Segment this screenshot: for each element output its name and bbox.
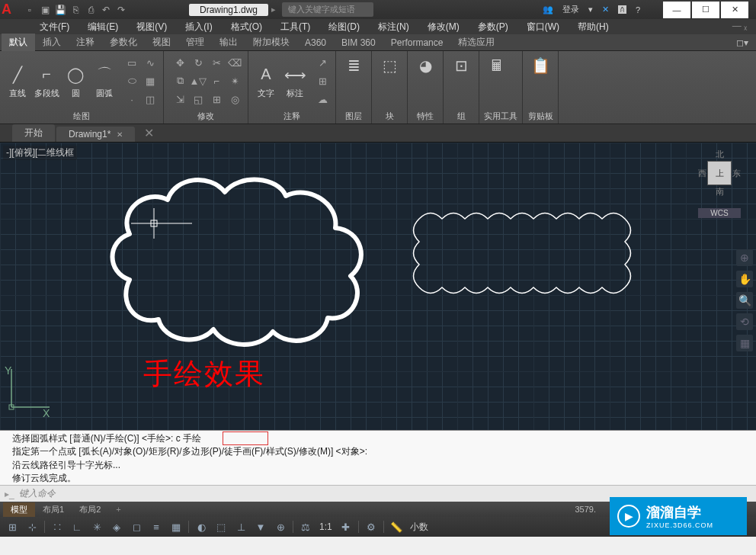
viewcube-west[interactable]: 西: [698, 168, 706, 179]
viewcube-south[interactable]: 南: [698, 186, 741, 197]
menu-edit[interactable]: 编辑(E): [78, 19, 127, 34]
view-label[interactable]: -][俯视][二维线框: [3, 146, 77, 160]
osnap-icon[interactable]: ◻: [127, 519, 146, 534]
annotation-monitor-icon[interactable]: ✚: [337, 519, 355, 534]
transparency-icon[interactable]: ▦: [167, 519, 185, 534]
lineweight-icon[interactable]: ≡: [147, 519, 165, 534]
menu-draw[interactable]: 绘图(D): [319, 19, 369, 34]
menu-window[interactable]: 窗口(W): [517, 19, 569, 34]
command-input-placeholder[interactable]: 键入命令: [19, 487, 56, 500]
rect-icon[interactable]: ▭: [123, 54, 140, 71]
mirror-icon[interactable]: ▲▽: [190, 72, 207, 89]
signin-dropdown-icon[interactable]: ▾: [588, 5, 593, 14]
menu-file[interactable]: 文件(F): [30, 19, 78, 34]
menu-dimension[interactable]: 标注(N): [369, 19, 418, 34]
props-button[interactable]: ◕: [412, 54, 438, 77]
maximize-button[interactable]: ☐: [692, 2, 719, 18]
add-layout-button[interactable]: +: [108, 503, 128, 515]
help-search-input[interactable]: 键入关键字或短语: [282, 2, 373, 17]
explode-icon[interactable]: ✴: [226, 72, 243, 89]
units-icon[interactable]: 📏: [387, 519, 405, 534]
snapmode-icon[interactable]: ⸬: [48, 519, 66, 534]
layout2-tab[interactable]: 布局2: [72, 502, 108, 517]
signin-button[interactable]: 登录: [562, 4, 579, 15]
copy-icon[interactable]: ⧉: [171, 72, 188, 89]
polyline-button[interactable]: ⌐多段线: [34, 63, 59, 99]
text-button[interactable]: A文字: [253, 63, 279, 99]
qat-open-icon[interactable]: ▣: [38, 3, 52, 17]
spline-icon[interactable]: ∿: [142, 54, 159, 71]
ribbon-tab-performance[interactable]: Performance: [383, 35, 451, 50]
stayconnected-icon[interactable]: 🅰: [618, 5, 626, 14]
annoscale-icon[interactable]: ⚖: [296, 519, 315, 534]
ellipse-icon[interactable]: ⬭: [123, 72, 140, 89]
menu-modify[interactable]: 修改(M): [418, 19, 469, 34]
qat-plot-icon[interactable]: ⎙: [84, 3, 98, 17]
3dosnap-icon[interactable]: ⬚: [212, 519, 230, 534]
scale-icon[interactable]: ◱: [190, 91, 207, 107]
new-tab-button[interactable]: ✕: [136, 124, 162, 142]
grid-icon[interactable]: ⊹: [23, 519, 41, 534]
nav-pan-icon[interactable]: ✋: [736, 271, 753, 287]
drawing-tab[interactable]: Drawing1*✕: [56, 127, 135, 142]
drawing-canvas[interactable]: -][俯视][二维线框 手绘效果 北 西 上 东 南 WCS ⊕ ✋ 🔍 ⟲ ▦…: [0, 143, 756, 430]
ribbon-tab-view[interactable]: 视图: [145, 34, 178, 51]
minimize-button[interactable]: —: [663, 2, 690, 18]
ribbon-tab-parametric[interactable]: 参数化: [102, 34, 145, 51]
qat-new-icon[interactable]: ▫: [23, 3, 37, 17]
layout1-tab[interactable]: 布局1: [35, 502, 72, 517]
ribbon-tab-manage[interactable]: 管理: [178, 34, 212, 51]
ribbon-tab-output[interactable]: 输出: [212, 34, 245, 51]
viewcube[interactable]: 北 西 上 东 南 WCS: [698, 149, 741, 218]
units-readout[interactable]: 小数: [407, 521, 431, 534]
nav-zoom-icon[interactable]: 🔍: [736, 292, 753, 309]
array-icon[interactable]: ⊞: [208, 91, 225, 107]
ribbon-tab-annotate[interactable]: 注释: [69, 34, 102, 51]
modelspace-icon[interactable]: ⊞: [3, 519, 21, 534]
dimension-button[interactable]: ⟷标注: [282, 63, 308, 99]
menu-format[interactable]: 格式(O): [222, 19, 271, 34]
qat-save-icon[interactable]: 💾: [53, 3, 67, 17]
leader-icon[interactable]: ↗: [314, 54, 331, 71]
sc-filter-icon[interactable]: ▼: [251, 519, 270, 534]
ribbon-tab-featured[interactable]: 精选应用: [450, 34, 502, 51]
hatch-icon[interactable]: ▦: [142, 72, 159, 89]
offset-icon[interactable]: ◎: [226, 91, 243, 107]
fillet-icon[interactable]: ⌐: [208, 72, 225, 89]
rotate-icon[interactable]: ↻: [190, 54, 207, 71]
ribbon-tab-bim360[interactable]: BIM 360: [334, 35, 383, 50]
ribbon-tab-insert[interactable]: 插入: [35, 34, 69, 51]
point-icon[interactable]: ·: [123, 91, 140, 107]
wcs-label[interactable]: WCS: [698, 208, 741, 218]
erase-icon[interactable]: ⌫: [226, 54, 243, 71]
cycling-icon[interactable]: ◐: [192, 519, 210, 534]
table-icon[interactable]: ⊞: [314, 72, 331, 89]
nav-orbit-icon[interactable]: ⟲: [736, 313, 753, 330]
stretch-icon[interactable]: ⇲: [171, 91, 188, 107]
infocenter-search-icon[interactable]: 👥: [543, 5, 553, 14]
ribbon-collapse-icon[interactable]: ◻▾: [729, 35, 756, 50]
title-dropdown-icon[interactable]: ▸: [271, 5, 276, 14]
model-tab[interactable]: 模型: [3, 502, 35, 517]
move-icon[interactable]: ✥: [171, 54, 188, 71]
nav-wheel-icon[interactable]: ⊕: [736, 249, 753, 266]
menu-help[interactable]: 帮助(H): [569, 19, 618, 34]
region-icon[interactable]: ◫: [142, 91, 159, 107]
menu-tools[interactable]: 工具(T): [271, 19, 319, 34]
qat-undo-icon[interactable]: ↶: [99, 3, 113, 17]
menu-parametric[interactable]: 参数(P): [469, 19, 517, 34]
groups-button[interactable]: ⊡: [448, 54, 474, 77]
menu-insert[interactable]: 插入(I): [176, 19, 221, 34]
ribbon-tab-home[interactable]: 默认: [2, 34, 35, 51]
exchange-icon[interactable]: ✕: [602, 5, 609, 14]
menu-view[interactable]: 视图(V): [127, 19, 176, 34]
circle-button[interactable]: ◯圆: [62, 63, 88, 99]
arc-button[interactable]: ⌒圆弧: [91, 63, 117, 99]
isodraft-icon[interactable]: ◈: [107, 519, 126, 534]
tab-close-icon[interactable]: ✕: [117, 130, 123, 139]
block-button[interactable]: ⬚: [376, 54, 402, 77]
nav-showmotion-icon[interactable]: ▦: [736, 335, 753, 351]
qat-saveas-icon[interactable]: ⎘: [69, 3, 82, 17]
clip-button[interactable]: 📋: [527, 54, 553, 77]
viewcube-north[interactable]: 北: [698, 149, 741, 160]
